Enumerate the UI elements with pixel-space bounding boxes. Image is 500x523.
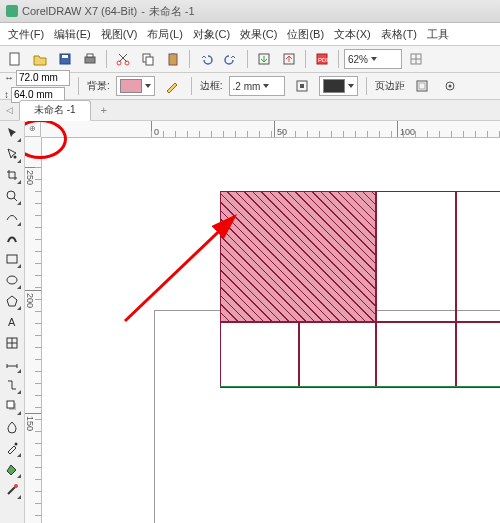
menu-layout[interactable]: 布局(L) bbox=[143, 25, 186, 44]
polygon-tool[interactable] bbox=[2, 291, 22, 311]
svg-point-31 bbox=[14, 484, 18, 488]
table-cell[interactable] bbox=[455, 191, 500, 323]
toolbox: A bbox=[0, 121, 25, 523]
size-group: ↔ ↕ bbox=[4, 70, 70, 103]
ruler-horizontal[interactable]: 0 50 100 150 bbox=[41, 121, 500, 138]
bg-swatch bbox=[120, 79, 142, 93]
menu-bitmap[interactable]: 位图(B) bbox=[283, 25, 328, 44]
dimension-tool[interactable] bbox=[2, 354, 22, 374]
workspace: A ⊕ 0 50 100 150 250 200 150 bbox=[0, 121, 500, 523]
copy-button[interactable] bbox=[137, 48, 159, 70]
pick-tool[interactable] bbox=[2, 123, 22, 143]
connector-tool[interactable] bbox=[2, 375, 22, 395]
doc-tab[interactable]: 未命名 -1 bbox=[19, 100, 91, 121]
bg-edit-button[interactable] bbox=[161, 75, 183, 97]
menu-tools[interactable]: 工具 bbox=[423, 25, 453, 44]
eyedropper-tool[interactable] bbox=[2, 438, 22, 458]
menu-object[interactable]: 对象(C) bbox=[189, 25, 234, 44]
export-button[interactable] bbox=[278, 48, 300, 70]
shape-tool[interactable] bbox=[2, 144, 22, 164]
svg-rect-4 bbox=[87, 54, 93, 57]
table-baseline bbox=[220, 386, 500, 387]
open-button[interactable] bbox=[29, 48, 51, 70]
save-button[interactable] bbox=[54, 48, 76, 70]
chevron-down-icon bbox=[348, 84, 354, 88]
chevron-down-icon bbox=[145, 84, 151, 88]
snap-button[interactable] bbox=[405, 48, 427, 70]
menu-table[interactable]: 表格(T) bbox=[377, 25, 421, 44]
table-tool[interactable] bbox=[2, 333, 22, 353]
width-input[interactable] bbox=[16, 70, 70, 86]
cut-button[interactable] bbox=[112, 48, 134, 70]
options-button[interactable] bbox=[439, 75, 461, 97]
transparency-tool[interactable] bbox=[2, 417, 22, 437]
separator bbox=[247, 50, 248, 68]
fill-tool[interactable] bbox=[2, 459, 22, 479]
table-cell[interactable] bbox=[220, 321, 300, 388]
print-button[interactable] bbox=[79, 48, 101, 70]
tab-prev-icon[interactable]: ◁ bbox=[6, 105, 13, 115]
svg-point-30 bbox=[15, 443, 18, 446]
separator bbox=[189, 50, 190, 68]
bg-color-dropdown[interactable] bbox=[116, 76, 155, 96]
document-tabs: ◁ 未命名 -1 + bbox=[0, 100, 500, 121]
paste-button[interactable] bbox=[162, 48, 184, 70]
doc-tab-label: 未命名 -1 bbox=[34, 103, 76, 117]
zoom-dropdown[interactable]: 62% bbox=[344, 49, 402, 69]
separator bbox=[106, 50, 107, 68]
annotation-arrow bbox=[115, 201, 255, 331]
svg-line-32 bbox=[125, 216, 235, 321]
table-cell[interactable] bbox=[375, 321, 457, 388]
rectangle-tool[interactable] bbox=[2, 249, 22, 269]
svg-rect-0 bbox=[10, 53, 19, 65]
menu-view[interactable]: 视图(V) bbox=[97, 25, 142, 44]
edge-width-dropdown[interactable]: .2 mm bbox=[229, 76, 285, 96]
add-tab-button[interactable]: + bbox=[95, 103, 113, 117]
zoom-tool[interactable] bbox=[2, 186, 22, 206]
menu-edit[interactable]: 编辑(E) bbox=[50, 25, 95, 44]
svg-text:PDF: PDF bbox=[318, 57, 329, 63]
separator bbox=[78, 77, 79, 95]
crop-tool[interactable] bbox=[2, 165, 22, 185]
ellipse-tool[interactable] bbox=[2, 270, 22, 290]
app-title: CorelDRAW X7 (64-Bit) bbox=[22, 5, 137, 17]
menu-file[interactable]: 文件(F) bbox=[4, 25, 48, 44]
chevron-down-icon bbox=[371, 57, 377, 61]
menu-effect[interactable]: 效果(C) bbox=[236, 25, 281, 44]
margin-label: 页边距 bbox=[375, 79, 405, 93]
svg-point-23 bbox=[7, 191, 15, 199]
ruler-vertical[interactable]: 250 200 150 bbox=[25, 137, 42, 523]
import-button[interactable] bbox=[253, 48, 275, 70]
text-tool[interactable]: A bbox=[2, 312, 22, 332]
table-cell[interactable] bbox=[298, 321, 377, 388]
bg-label: 背景: bbox=[87, 79, 110, 93]
border-style-button[interactable] bbox=[291, 75, 313, 97]
table-cell[interactable] bbox=[455, 321, 500, 388]
drop-shadow-tool[interactable] bbox=[2, 396, 22, 416]
outline-tool[interactable] bbox=[2, 480, 22, 500]
annotation-circle bbox=[25, 121, 67, 159]
doc-title: 未命名 -1 bbox=[149, 4, 195, 19]
separator bbox=[338, 50, 339, 68]
artistic-media-tool[interactable] bbox=[2, 228, 22, 248]
new-button[interactable] bbox=[4, 48, 26, 70]
svg-text:A: A bbox=[8, 316, 16, 328]
svg-rect-10 bbox=[171, 53, 175, 55]
table-cell[interactable] bbox=[375, 191, 457, 323]
canvas-area[interactable]: ⊕ 0 50 100 150 250 200 150 bbox=[25, 121, 500, 523]
border-swatch bbox=[323, 79, 345, 93]
redo-button[interactable] bbox=[220, 48, 242, 70]
separator bbox=[305, 50, 306, 68]
menu-text[interactable]: 文本(X) bbox=[330, 25, 375, 44]
svg-rect-19 bbox=[419, 83, 425, 89]
freehand-tool[interactable] bbox=[2, 207, 22, 227]
publish-pdf-button[interactable]: PDF bbox=[311, 48, 333, 70]
undo-button[interactable] bbox=[195, 48, 217, 70]
app-icon bbox=[6, 5, 18, 17]
chevron-down-icon bbox=[263, 84, 269, 88]
margin-button[interactable] bbox=[411, 75, 433, 97]
border-color-dropdown[interactable] bbox=[319, 76, 358, 96]
height-icon: ↕ bbox=[4, 89, 9, 100]
svg-rect-9 bbox=[169, 54, 177, 65]
standard-toolbar: PDF 62% bbox=[0, 46, 500, 73]
